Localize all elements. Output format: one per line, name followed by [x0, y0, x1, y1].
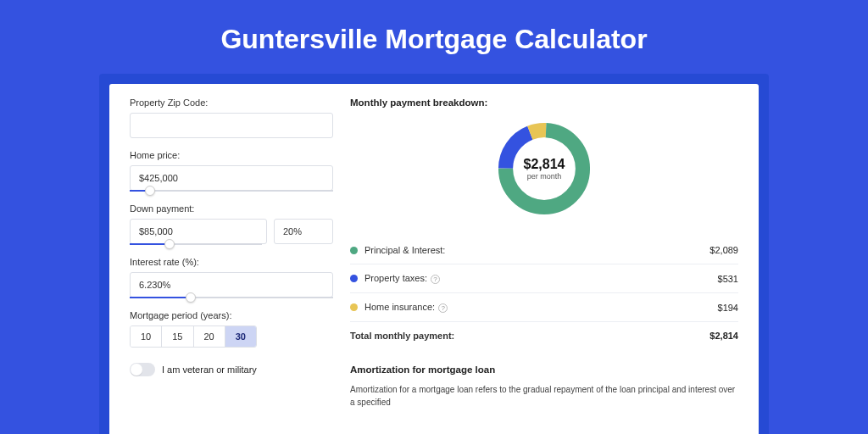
interest-rate-label: Interest rate (%): — [130, 257, 333, 267]
down-payment-input[interactable] — [130, 219, 267, 244]
calculator-panel: Property Zip Code: Home price: Down paym… — [109, 84, 759, 434]
period-tab-15[interactable]: 15 — [162, 326, 193, 347]
down-payment-label: Down payment: — [130, 203, 333, 214]
legend-row: Home insurance:?$194 — [350, 293, 738, 321]
zip-label: Property Zip Code: — [130, 97, 333, 108]
legend-dot — [350, 303, 358, 311]
period-tab-30[interactable]: 30 — [225, 326, 256, 347]
slider-thumb[interactable] — [145, 186, 155, 196]
legend-total-row: Total monthly payment: $2,814 — [350, 321, 738, 349]
donut-chart-wrap: $2,814 per month — [350, 118, 738, 220]
legend-value: $531 — [718, 274, 738, 284]
legend-total-value: $2,814 — [709, 331, 738, 341]
period-tabs: 10152030 — [130, 326, 257, 348]
inputs-column: Property Zip Code: Home price: Down paym… — [130, 97, 333, 434]
legend-total-label: Total monthly payment: — [350, 331, 709, 341]
legend-dot — [350, 247, 358, 254]
down-payment-slider[interactable] — [130, 243, 262, 245]
period-tab-20[interactable]: 20 — [194, 326, 225, 347]
calculator-container: Property Zip Code: Home price: Down paym… — [99, 74, 769, 434]
veteran-toggle[interactable] — [130, 363, 155, 376]
period-field: Mortgage period (years): 10152030 — [130, 310, 333, 348]
page-title: Guntersville Mortgage Calculator — [0, 0, 868, 74]
help-icon[interactable]: ? — [438, 303, 448, 313]
legend-row: Principal & Interest:$2,089 — [350, 236, 738, 264]
home-price-label: Home price: — [130, 150, 333, 160]
legend-value: $2,089 — [709, 245, 738, 255]
home-price-slider[interactable] — [130, 190, 333, 192]
veteran-label: I am veteran or military — [162, 364, 257, 375]
interest-rate-slider[interactable] — [130, 297, 333, 298]
home-price-input[interactable] — [130, 165, 333, 191]
period-label: Mortgage period (years): — [130, 310, 333, 320]
down-payment-field: Down payment: — [130, 203, 333, 245]
amortization-text: Amortization for a mortgage loan refers … — [350, 383, 738, 409]
breakdown-column: Monthly payment breakdown: $2,814 per mo… — [350, 97, 738, 434]
interest-rate-input[interactable] — [130, 272, 333, 298]
donut-chart: $2,814 per month — [493, 118, 595, 220]
slider-thumb[interactable] — [186, 292, 196, 303]
legend-value: $194 — [718, 303, 738, 313]
interest-rate-field: Interest rate (%): — [130, 257, 333, 298]
home-price-field: Home price: — [130, 150, 333, 192]
legend-dot — [350, 275, 358, 282]
amortization-title: Amortization for mortgage loan — [350, 364, 738, 375]
zip-input[interactable] — [130, 113, 333, 138]
veteran-row: I am veteran or military — [130, 363, 333, 376]
donut-total: $2,814 — [524, 157, 565, 172]
breakdown-title: Monthly payment breakdown: — [350, 97, 738, 108]
down-payment-percent-input[interactable] — [274, 219, 333, 244]
period-tab-10[interactable]: 10 — [131, 326, 162, 347]
zip-field: Property Zip Code: — [130, 97, 333, 138]
legend-label: Principal & Interest: — [364, 245, 709, 255]
legend-row: Property taxes:?$531 — [350, 264, 738, 293]
legend-label: Property taxes:? — [364, 273, 718, 284]
slider-thumb[interactable] — [164, 239, 175, 249]
donut-sub: per month — [527, 172, 562, 181]
legend-label: Home insurance:? — [364, 302, 718, 313]
help-icon[interactable]: ? — [431, 275, 440, 284]
